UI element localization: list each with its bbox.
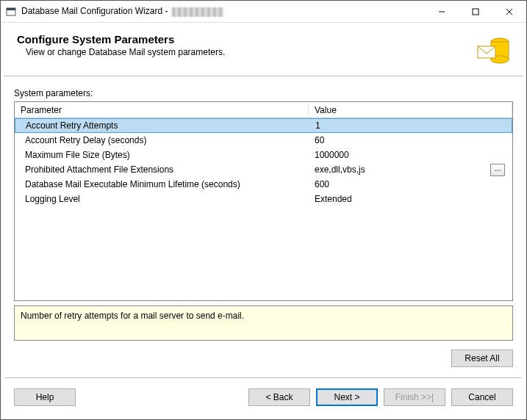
param-name-cell: Prohibited Attachment File Extensions — [15, 164, 309, 175]
param-name-cell: Account Retry Delay (seconds) — [15, 135, 309, 145]
section-label: System parameters: — [14, 88, 513, 98]
grid-body: Account Retry Attempts1Account Retry Del… — [15, 118, 512, 300]
svg-rect-3 — [473, 9, 478, 15]
params-grid: Parameter Value Account Retry Attempts1A… — [14, 101, 513, 301]
param-value-text: 1000000 — [315, 150, 349, 160]
param-value-text: 600 — [315, 179, 329, 189]
param-value-cell[interactable]: Extended — [309, 194, 512, 204]
param-name-cell: Logging Level — [15, 194, 309, 204]
table-row[interactable]: Prohibited Attachment File Extensionsexe… — [15, 162, 512, 177]
param-name-cell: Maximum File Size (Bytes) — [15, 150, 309, 160]
table-row[interactable]: Account Retry Delay (seconds)60 — [15, 133, 512, 148]
maximize-button[interactable] — [459, 1, 492, 23]
grid-header: Parameter Value — [15, 102, 512, 118]
window-title: Database Mail Configuration Wizard - — [21, 6, 223, 16]
titlebar[interactable]: Database Mail Configuration Wizard - — [1, 1, 526, 23]
param-value-text: 60 — [315, 135, 324, 145]
wizard-header: Configure System Parameters View or chan… — [4, 26, 523, 76]
reset-all-button[interactable]: Reset All — [451, 350, 513, 367]
wizard-body: System parameters: Parameter Value Accou… — [1, 76, 526, 373]
wizard-footer: Help < Back Next > Finish >>| Cancel — [1, 378, 526, 419]
next-button[interactable]: Next > — [316, 388, 378, 406]
finish-button: Finish >>| — [384, 388, 445, 406]
svg-rect-1 — [7, 8, 15, 10]
window-title-redacted — [172, 7, 223, 17]
help-button[interactable]: Help — [14, 388, 76, 406]
table-row[interactable]: Database Mail Executable Minimum Lifetim… — [15, 177, 512, 192]
table-row[interactable]: Logging LevelExtended — [15, 192, 512, 206]
col-header-value[interactable]: Value — [309, 104, 512, 117]
header-graphic-icon — [475, 33, 510, 68]
param-name-cell: Account Retry Attempts — [15, 120, 309, 131]
param-value-cell[interactable]: exe,dll,vbs,js... — [309, 164, 512, 176]
param-value-cell[interactable]: 1000000 — [309, 150, 512, 160]
param-value-text: exe,dll,vbs,js — [315, 164, 365, 175]
page-title: Configure System Parameters — [17, 33, 475, 46]
param-value-cell[interactable]: 60 — [309, 135, 512, 145]
app-icon — [5, 6, 17, 18]
back-button[interactable]: < Back — [248, 388, 310, 406]
param-value-cell[interactable]: 600 — [309, 179, 512, 189]
wizard-window: Database Mail Configuration Wizard - Con… — [0, 0, 527, 420]
window-title-prefix: Database Mail Configuration Wizard - — [21, 6, 171, 16]
page-subtitle: View or change Database Mail system para… — [26, 47, 475, 57]
col-header-parameter[interactable]: Parameter — [15, 104, 309, 117]
ellipsis-button[interactable]: ... — [490, 164, 505, 176]
param-value-cell[interactable]: 1 — [309, 120, 512, 131]
param-name-cell: Database Mail Executable Minimum Lifetim… — [15, 179, 309, 189]
param-value-text: 1 — [315, 120, 320, 131]
param-value-text: Extended — [315, 194, 352, 204]
minimize-button[interactable] — [425, 1, 459, 23]
table-row[interactable]: Maximum File Size (Bytes)1000000 — [15, 148, 512, 162]
description-box: Number of retry attempts for a mail serv… — [14, 305, 513, 341]
close-button[interactable] — [492, 1, 526, 23]
table-row[interactable]: Account Retry Attempts1 — [15, 118, 512, 133]
cancel-button[interactable]: Cancel — [451, 388, 513, 406]
